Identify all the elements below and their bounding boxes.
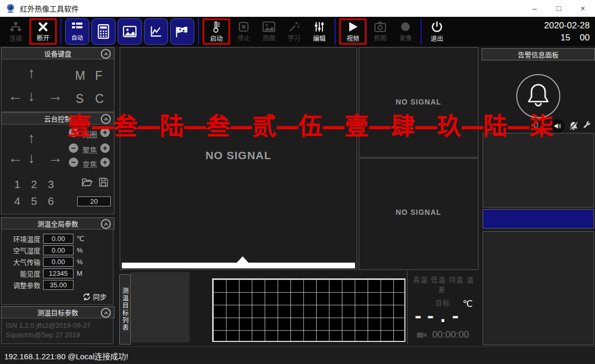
flag-button[interactable] bbox=[170, 18, 194, 45]
toolbar-separator bbox=[421, 18, 422, 45]
firmware-line: Squashfs@Sep 27 2019 bbox=[6, 330, 113, 340]
focus-label: 聚焦 bbox=[82, 144, 97, 155]
date-text: 2020-02-28 bbox=[544, 19, 590, 32]
global-params-panel: 环境温度 0.00 ℃ 空气湿度 0.00 % 大气传输 0.00 % 能见度 … bbox=[1, 229, 113, 305]
calculator-button[interactable] bbox=[91, 18, 116, 45]
maximize-button[interactable]: □ bbox=[547, 0, 571, 17]
app-icon bbox=[5, 3, 16, 14]
firmware-line: ISN 1.2.0 jffs2@2019-09-27 bbox=[6, 321, 113, 330]
toolbar-separator bbox=[335, 18, 336, 45]
wrench-icon bbox=[582, 121, 591, 130]
exit-button[interactable]: 退出 bbox=[424, 18, 450, 45]
bell-icon bbox=[525, 82, 552, 110]
connect-button: 连接 bbox=[3, 18, 28, 45]
preset-6-button[interactable]: 6 bbox=[48, 195, 54, 207]
video-button[interactable]: 视频 bbox=[341, 20, 365, 43]
sync-button[interactable]: 同步 bbox=[82, 292, 107, 301]
ptz-left-button[interactable]: ← bbox=[8, 151, 23, 165]
alarm-settings-button[interactable] bbox=[582, 121, 591, 132]
collapse-icon[interactable] bbox=[101, 219, 111, 229]
key-m-button[interactable]: M bbox=[75, 69, 85, 83]
target-params-panel: ISN 1.2.0 jffs2@2019-09-27 Squashfs@Sep … bbox=[1, 318, 113, 344]
load-preset-button[interactable] bbox=[81, 177, 93, 190]
x-icon bbox=[37, 21, 49, 33]
app-window: 红外热像工具软件 – □ × 连接 断开 bbox=[0, 0, 595, 364]
toolbar: 连接 断开 自动 bbox=[0, 17, 595, 46]
preset-1-button[interactable]: 1 bbox=[14, 178, 20, 191]
visibility-input[interactable]: 12345 bbox=[43, 268, 74, 278]
minimize-button[interactable]: – bbox=[523, 0, 547, 17]
sub-video-panel-2: NO SIGNAL bbox=[359, 158, 478, 270]
curve-button[interactable] bbox=[144, 18, 168, 45]
preset-4-button[interactable]: 4 bbox=[14, 195, 20, 207]
save-preset-button[interactable] bbox=[98, 177, 109, 190]
start-button[interactable]: 启动 bbox=[204, 20, 228, 43]
adjust-param-input[interactable]: 35.00 bbox=[43, 280, 74, 290]
stop-icon bbox=[238, 21, 249, 33]
palette-slider[interactable] bbox=[122, 263, 355, 268]
key-f-button[interactable]: F bbox=[95, 69, 102, 83]
stat-labels: 高温低温均温温差 bbox=[408, 274, 478, 294]
mute-alarm-button[interactable] bbox=[568, 121, 579, 132]
ptz-up-button[interactable]: ↑ bbox=[28, 131, 35, 145]
video-camera-icon bbox=[416, 331, 427, 339]
collapse-icon[interactable] bbox=[101, 49, 111, 59]
device-keyboard-panel: ↑ M F ← ↓ → S C bbox=[1, 59, 114, 112]
section-header-target-params: 测温目标参数 bbox=[1, 306, 114, 318]
param-row: 能见度 12345 M bbox=[2, 267, 113, 279]
key-down-button[interactable]: ↓ bbox=[28, 89, 35, 103]
alarm-selected-row[interactable] bbox=[483, 209, 594, 228]
disconnect-button[interactable]: 断开 bbox=[31, 20, 55, 43]
zoom-minus-button[interactable]: − bbox=[69, 158, 78, 167]
key-left-button[interactable]: ← bbox=[8, 89, 23, 103]
status-bar: 192.168.1.221:80 @Local连接成功! bbox=[0, 346, 595, 364]
network-icon bbox=[9, 20, 22, 33]
transmission-input[interactable]: 0.00 bbox=[43, 257, 74, 267]
image-button[interactable] bbox=[118, 18, 142, 45]
param-row: 大气传输 0.00 % bbox=[2, 256, 113, 267]
watermark: 壹—叁—陆—叁—贰—伍—壹—肆—玖—陆—柒 bbox=[67, 107, 545, 141]
hour-text: 15 bbox=[560, 32, 570, 44]
key-right-button[interactable]: → bbox=[48, 89, 62, 103]
record-timer: 00:00:00 bbox=[408, 329, 478, 340]
target-list-area bbox=[131, 272, 190, 342]
temperature-grid-chart bbox=[212, 278, 405, 342]
preset-2-button[interactable]: 2 bbox=[31, 178, 37, 191]
volume-button[interactable] bbox=[551, 119, 565, 133]
refresh-icon bbox=[82, 293, 91, 301]
ambient-temp-input[interactable]: 0.00 bbox=[43, 234, 74, 244]
speaker-icon bbox=[554, 122, 562, 130]
temperature-reading: --.- bbox=[408, 307, 468, 326]
edit-button[interactable]: 编辑 bbox=[307, 18, 332, 45]
key-up-button[interactable]: ↑ bbox=[28, 66, 35, 80]
title-bar: 红外热像工具软件 – □ × bbox=[0, 0, 595, 17]
key-s-button[interactable]: S bbox=[76, 92, 83, 106]
connection-status-text: 192.168.1.221:80 @Local连接成功! bbox=[4, 350, 128, 361]
zoom-plus-button[interactable]: + bbox=[100, 158, 110, 167]
list-icon bbox=[71, 22, 83, 33]
start-highlight: 启动 bbox=[203, 18, 230, 45]
no-signal-text: NO SIGNAL bbox=[120, 149, 357, 162]
param-unit: ℃ bbox=[77, 235, 85, 243]
palette-slider-handle[interactable] bbox=[236, 256, 249, 263]
preset-5-button[interactable]: 5 bbox=[31, 195, 37, 207]
flag-icon bbox=[175, 25, 190, 38]
auto-button[interactable]: 自动 bbox=[65, 18, 89, 45]
speed-input[interactable]: 20 bbox=[77, 196, 111, 206]
preset-3-button[interactable]: 3 bbox=[48, 178, 54, 191]
focus-minus-button[interactable]: − bbox=[69, 143, 78, 153]
param-row: 空气湿度 0.00 % bbox=[2, 244, 113, 256]
key-c-button[interactable]: C bbox=[95, 92, 104, 106]
ptz-down-button[interactable]: ↓ bbox=[28, 151, 35, 165]
section-header-device-keyboard: 设备键盘 bbox=[1, 47, 114, 59]
collapse-icon[interactable] bbox=[101, 308, 111, 318]
ptz-right-button[interactable]: → bbox=[48, 151, 62, 165]
alarm-list-panel bbox=[483, 133, 594, 207]
toolbar-separator bbox=[60, 18, 61, 45]
tab-target-list[interactable]: 测温目标列表 bbox=[119, 274, 131, 345]
param-label: 空气湿度 bbox=[2, 245, 40, 255]
humidity-input[interactable]: 0.00 bbox=[43, 245, 74, 255]
close-button[interactable]: × bbox=[571, 0, 595, 17]
video-highlight: 视频 bbox=[339, 18, 367, 45]
focus-plus-button[interactable]: + bbox=[100, 143, 110, 153]
